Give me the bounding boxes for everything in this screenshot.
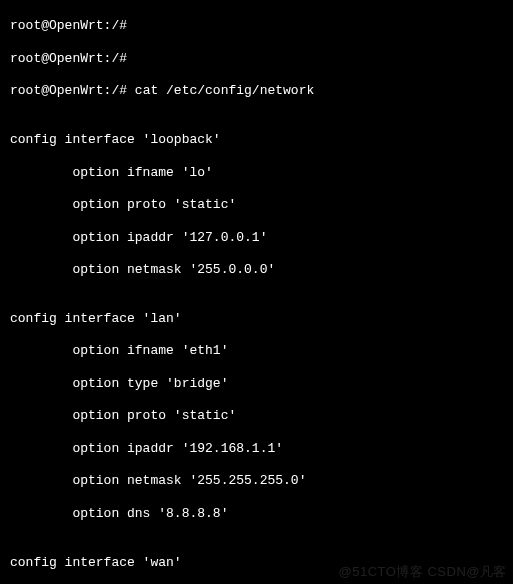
- watermark-text: @51CTO博客 CSDN@凡客: [338, 564, 507, 580]
- prompt-line-cmd: root@OpenWrt:/# cat /etc/config/network: [10, 83, 509, 99]
- config-line: config interface 'lan': [10, 311, 509, 327]
- shell-prompt: root@OpenWrt:/#: [10, 18, 127, 33]
- config-line: option proto 'static': [10, 408, 509, 424]
- prompt-line-0: root@OpenWrt:/#: [10, 18, 509, 34]
- config-line: option netmask '255.0.0.0': [10, 262, 509, 278]
- config-line: option proto 'static': [10, 197, 509, 213]
- shell-prompt: root@OpenWrt:/#: [10, 51, 127, 66]
- config-line: option ifname 'lo': [10, 165, 509, 181]
- terminal-window[interactable]: root@OpenWrt:/# root@OpenWrt:/# root@Ope…: [0, 0, 513, 584]
- entered-command: cat /etc/config/network: [135, 83, 314, 98]
- config-line: option netmask '255.255.255.0': [10, 473, 509, 489]
- config-line: config interface 'loopback': [10, 132, 509, 148]
- shell-prompt: root@OpenWrt:/#: [10, 83, 127, 98]
- prompt-line-1: root@OpenWrt:/#: [10, 51, 509, 67]
- config-line: option ipaddr '127.0.0.1': [10, 230, 509, 246]
- config-line: option dns '8.8.8.8': [10, 506, 509, 522]
- blank-line: [10, 116, 18, 131]
- config-line: option ipaddr '192.168.1.1': [10, 441, 509, 457]
- config-line: option ifname 'eth1': [10, 343, 509, 359]
- config-line: option type 'bridge': [10, 376, 509, 392]
